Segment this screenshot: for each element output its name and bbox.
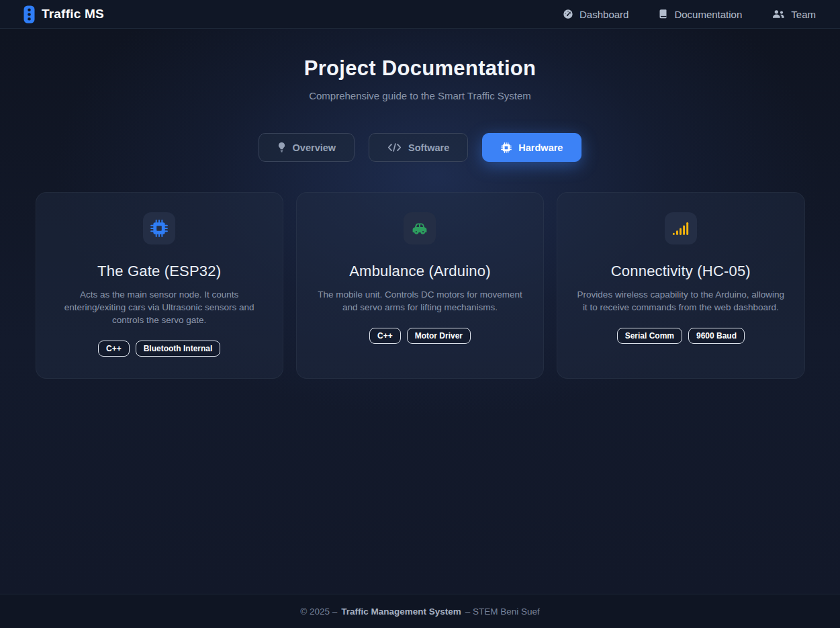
car-icon xyxy=(410,220,429,237)
nav-item-documentation[interactable]: Documentation xyxy=(658,9,742,20)
card-title: The Gate (ESP32) xyxy=(51,263,268,280)
traffic-light-icon xyxy=(24,5,35,24)
tab-label: Overview xyxy=(293,142,336,153)
card-icon-box xyxy=(665,212,697,244)
brand[interactable]: Traffic MS xyxy=(24,5,104,24)
card-icon-box xyxy=(143,212,175,244)
card-title: Connectivity (HC-05) xyxy=(572,263,789,280)
footer: © 2025 – Traffic Management System – STE… xyxy=(0,594,840,628)
nav-item-dashboard[interactable]: Dashboard xyxy=(563,9,628,20)
nav-item-label: Team xyxy=(791,9,816,20)
nav-links: Dashboard Documentation Team xyxy=(563,9,816,20)
badge: C++ xyxy=(369,328,401,344)
microchip-icon xyxy=(501,142,512,153)
badge: Serial Comm xyxy=(617,328,682,344)
navbar: Traffic MS Dashboard xyxy=(0,0,840,29)
nav-item-label: Dashboard xyxy=(579,9,628,20)
nav-item-team[interactable]: Team xyxy=(772,9,816,20)
tab-label: Hardware xyxy=(518,142,563,153)
footer-copyright: © 2025 – xyxy=(300,607,337,617)
tab-label: Software xyxy=(408,142,449,153)
hero: Project Documentation Comprehensive guid… xyxy=(0,29,840,101)
tab-bar: Overview Software xyxy=(0,133,840,162)
signal-bars-icon xyxy=(672,221,690,236)
book-icon xyxy=(658,9,668,19)
badge-row: Serial Comm 9600 Baud xyxy=(572,328,789,344)
badge: C++ xyxy=(98,341,130,357)
badge: 9600 Baud xyxy=(688,328,745,344)
code-icon xyxy=(387,142,402,152)
badge-row: C++ Motor Driver xyxy=(312,328,528,344)
card-icon-box xyxy=(404,212,436,244)
badge-row: C++ Bluetooth Internal xyxy=(51,341,268,357)
lightbulb-icon xyxy=(277,142,286,153)
badge: Motor Driver xyxy=(407,328,471,344)
card-ambulance-arduino: Ambulance (Arduino) The mobile unit. Con… xyxy=(296,192,544,379)
tab-hardware[interactable]: Hardware xyxy=(482,133,581,162)
footer-brand: Traffic Management System xyxy=(341,607,461,617)
card-connectivity-hc05: Connectivity (HC-05) Provides wireless c… xyxy=(557,192,804,379)
gauge-icon xyxy=(563,9,573,19)
tab-overview[interactable]: Overview xyxy=(259,133,355,162)
card-gate-esp32: The Gate (ESP32) Acts as the main sensor… xyxy=(36,192,283,379)
card-description: Provides wireless capability to the Ardu… xyxy=(572,288,789,314)
nav-item-label: Documentation xyxy=(674,9,742,20)
footer-suffix: – STEM Beni Suef xyxy=(465,607,540,617)
users-icon xyxy=(772,9,785,19)
main-content: Project Documentation Comprehensive guid… xyxy=(0,29,840,594)
microchip-icon xyxy=(150,220,168,237)
brand-name: Traffic MS xyxy=(42,7,104,21)
card-title: Ambulance (Arduino) xyxy=(312,263,528,280)
card-description: Acts as the main sensor node. It counts … xyxy=(51,288,268,326)
badge: Bluetooth Internal xyxy=(136,341,221,357)
page-subtitle: Comprehensive guide to the Smart Traffic… xyxy=(0,90,840,101)
tab-software[interactable]: Software xyxy=(369,133,468,162)
cards-grid: The Gate (ESP32) Acts as the main sensor… xyxy=(36,192,805,379)
card-description: The mobile unit. Controls DC motors for … xyxy=(312,288,528,314)
page-title: Project Documentation xyxy=(0,56,840,81)
